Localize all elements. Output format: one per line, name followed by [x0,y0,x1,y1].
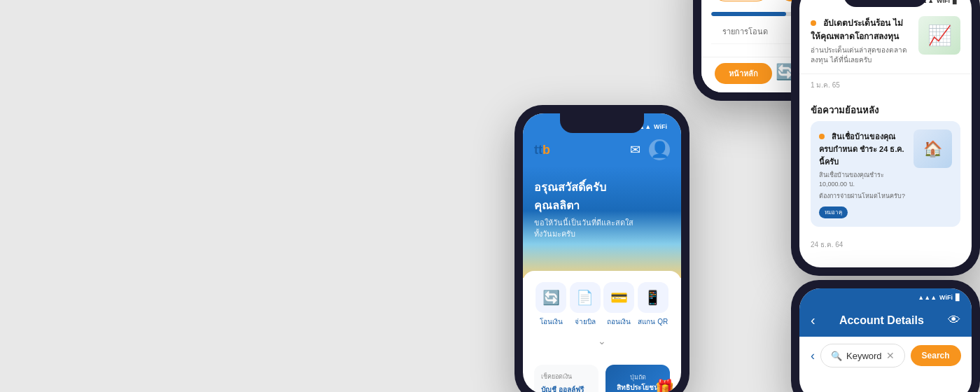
search-icon: 🔍 [831,351,842,361]
transfer-label: โอนเงิน [540,316,563,327]
transfer-icon: 🔄 [536,282,566,313]
notif-image-1: 📈 [918,16,960,55]
qr-icon: 📱 [638,282,668,313]
notif-title-1: อัปเดตประเด็นร้อน ไม่ให้คุณพลาดโอกาสลงทุ… [811,18,903,41]
header-back-button[interactable]: ‹ [811,312,816,328]
search-bar: ‹ 🔍 Keyword ✕ Search [799,337,972,374]
house-icon: 🏠 [923,140,942,158]
greeting-sub1: ขอให้วันนี้เป็นวันที่ดีและสดใส [534,217,670,229]
quick-actions: 🔄 โอนเงิน 📄 จ่ายบิล 💳 ถอนเงิน 📱 สแกน QR [523,271,681,358]
action-withdraw[interactable]: 💳 ถอนเงิน [603,282,634,327]
past-notif-content: สินเชื่อบ้านของคุณครบกำหนด ชำระ 24 ธ.ค. … [819,130,906,218]
benefit-title: สิทธิประโยชน์ [617,382,659,393]
notification-item-1: อัปเดตประเด็นร้อน ไม่ให้คุณพลาดโอกาสลงทุ… [799,8,972,74]
past-notif-dot [819,134,825,139]
ttb-app-header: ttb ✉ 👤 [523,134,681,166]
search-input-text[interactable]: Keyword [846,351,882,361]
action-transfer[interactable]: 🔄 โอนเงิน [536,282,566,327]
notif-badge: หมอาคุ [819,206,848,218]
greeting-main: อรุณสวัสดิ์ครับ [534,180,670,195]
phone-ttb-home: ▲▲▲ WiFi ttb ✉ 👤 อรุณสวัสดิ์ครับ คุณลลิต… [514,105,690,392]
past-notif-title: สินเชื่อบ้านของคุณครบกำหนด ชำระ 24 ธ.ค. … [819,132,904,166]
search-input-wrapper[interactable]: 🔍 Keyword ✕ [820,344,905,368]
hero-section: อรุณสวัสดิ์ครับ คุณลลิตา ขอให้วันนี้เป็น… [523,166,681,278]
action-paybill[interactable]: 📄 จ่ายบิล [570,282,601,327]
search-back-icon[interactable]: ‹ [811,349,815,363]
notif-dot-1 [811,20,816,26]
action-row: 🔄 โอนเงิน 📄 จ่ายบิล 💳 ถอนเงิน 📱 สแกน QR [534,282,670,327]
past-notif-image: 🏠 [913,130,952,168]
phone-notifications: ▲▲▲ WiFi ▊ อัปเดตประเด็นร้อน ไม่ให้คุณพล… [791,0,980,276]
gift-icon: 🎁 [655,379,674,393]
account-cards: เช็คยอดเงิน บัญชี ออลล์ฟรี XXX-X-XX488-6… [523,358,681,392]
account-details-header: ‹ Account Details 👁 [799,304,972,337]
search-button[interactable]: Search [911,345,961,366]
withdraw-icon: 💳 [603,282,634,313]
notif-desc-1: อ่านประเด็นเด่นล่าสุดของตลาดลงทุน ได้ที่… [811,46,911,65]
clear-search-icon[interactable]: ✕ [886,350,895,361]
paybill-label: จ่ายบิล [575,316,596,327]
user-icon[interactable]: 👤 [649,139,670,160]
nav-home[interactable]: หน้าหลัก [715,63,772,84]
account-details-title: Account Details [839,314,924,327]
notif-text-1: อัปเดตประเด็นร้อน ไม่ให้คุณพลาดโอกาสลงทุ… [811,16,911,65]
notif-date-1: 1 ม.ค. 65 [799,74,972,96]
investment-icon: 📈 [927,24,952,47]
progress-fill [711,12,786,16]
greeting-name: คุณลลิตา [534,198,670,214]
ttb-logo: ttb [534,143,550,158]
transaction-label: รายการโอนด [722,25,768,38]
past-notif-date: 24 ธ.ค. 64 [799,234,972,255]
past-notif-desc1: สินเชื่อบ้านของคุณชำระ 10,000.00 บ. [819,171,906,188]
benefit-label: ปุ่มถัด [617,372,659,382]
phone-account-details: ▲▲▲ WiFi ▊ ‹ Account Details 👁 ‹ 🔍 Keywo… [791,280,980,392]
past-notification-1: สินเชื่อบ้านของคุณครบกำหนด ชำระ 24 ธ.ค. … [811,121,960,227]
qr-label: สแกน QR [638,316,668,327]
expand-chevron[interactable]: ⌄ [534,335,670,346]
paybill-icon: 📄 [570,282,601,313]
withdraw-button[interactable]: โอนเงิน [711,0,771,1]
past-notif-desc2: ต้องการจ่ายผ่านโหมดไหนครับ? [819,192,906,201]
eye-icon[interactable]: 👁 [948,313,960,328]
account-card-2[interactable]: ปุ่มถัด สิทธิประโยชน์ ของฉัน 🎁 [606,365,670,392]
withdraw-label: ถอนเงิน [607,316,631,327]
past-section-title: ข้อความย้อนหลัง [799,96,972,121]
greeting-sub2: ทั้งวันมะครับ [534,228,670,240]
account-card-1[interactable]: เช็คยอดเงิน บัญชี ออลล์ฟรี XXX-X-XX488-6 [534,365,598,392]
account-type-1: เช็คยอดเงิน [541,372,592,382]
notif-content-row: อัปเดตประเด็นร้อน ไม่ให้คุณพลาดโอกาสลงทุ… [811,16,960,65]
action-qr[interactable]: 📱 สแกน QR [638,282,668,327]
mail-icon[interactable]: ✉ [630,142,640,158]
account-name-1: บัญชี ออลล์ฟรี [541,384,592,392]
